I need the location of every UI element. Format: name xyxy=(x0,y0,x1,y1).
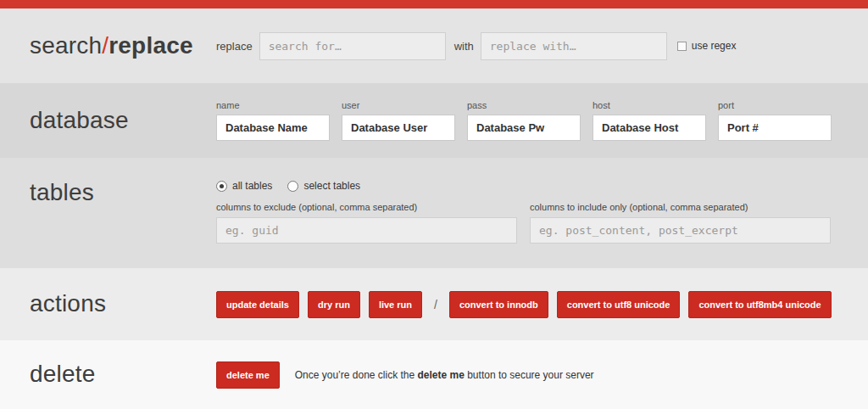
database-fields: name user pass host port xyxy=(216,100,832,141)
actions-buttons: update details dry run live run / conver… xyxy=(216,291,832,318)
actions-lead: actions xyxy=(0,291,216,317)
db-field-name: name xyxy=(216,100,330,141)
database-section: database name user pass host port xyxy=(0,83,868,158)
delete-section: delete delete me Once you’re done click … xyxy=(0,340,868,409)
columns-exclude-group: columns to exclude (optional, comma sepa… xyxy=(216,202,517,244)
delete-me-button[interactable]: delete me xyxy=(216,361,280,389)
columns-include-input[interactable] xyxy=(530,217,831,244)
delete-controls: delete me Once you’re done click the del… xyxy=(216,361,594,389)
tables-lead: tables xyxy=(0,180,216,206)
convert-innodb-button[interactable]: convert to innodb xyxy=(449,291,548,318)
tables-controls: all tables select tables columns to excl… xyxy=(216,180,831,244)
tables-column-groups: columns to exclude (optional, comma sepa… xyxy=(216,202,831,244)
db-name-label: name xyxy=(216,100,330,110)
delete-heading: delete xyxy=(30,361,216,388)
db-field-port: port xyxy=(718,100,832,141)
delete-note-suffix: button to secure your server xyxy=(465,369,594,381)
replace-label: replace xyxy=(216,40,253,53)
columns-include-label: columns to include only (optional, comma… xyxy=(530,202,831,212)
actions-section: actions update details dry run live run … xyxy=(0,268,868,340)
select-tables-label: select tables xyxy=(303,180,360,192)
use-regex-label: use regex xyxy=(692,40,737,52)
delete-note-bold: delete me xyxy=(418,369,465,381)
search-replace-section: search/replace replace with use regex xyxy=(0,8,868,83)
page-title: search/replace xyxy=(30,33,216,59)
db-host-label: host xyxy=(593,100,706,110)
database-lead: database xyxy=(0,108,216,134)
db-port-label: port xyxy=(718,100,832,110)
replace-input[interactable] xyxy=(481,32,667,60)
tables-heading: tables xyxy=(30,180,216,206)
button-separator: / xyxy=(434,298,437,311)
all-tables-radio[interactable] xyxy=(216,181,227,192)
db-field-host: host xyxy=(593,100,706,141)
use-regex-wrap: use regex xyxy=(677,40,737,52)
search-replace-controls: replace with use regex xyxy=(216,32,736,60)
actions-heading: actions xyxy=(30,291,216,317)
search-input[interactable] xyxy=(259,32,446,60)
tables-radio-row: all tables select tables xyxy=(216,180,831,192)
dry-run-button[interactable]: dry run xyxy=(308,291,360,318)
top-accent-bar xyxy=(0,0,868,8)
db-pass-label: pass xyxy=(467,100,581,110)
columns-exclude-label: columns to exclude (optional, comma sepa… xyxy=(216,202,517,212)
db-field-user: user xyxy=(342,100,455,141)
db-pass-input[interactable] xyxy=(467,115,581,141)
db-user-input[interactable] xyxy=(342,115,455,141)
columns-exclude-input[interactable] xyxy=(216,217,517,244)
db-user-label: user xyxy=(342,100,455,110)
db-port-input[interactable] xyxy=(718,115,832,141)
title-search: search xyxy=(30,32,102,59)
db-host-input[interactable] xyxy=(593,115,706,141)
search-replace-lead: search/replace xyxy=(0,33,216,59)
title-replace: replace xyxy=(108,32,192,59)
db-field-pass: pass xyxy=(467,100,581,141)
update-details-button[interactable]: update details xyxy=(216,291,299,318)
tables-section: tables all tables select tables columns … xyxy=(0,158,868,268)
all-tables-label: all tables xyxy=(232,180,272,192)
delete-note: Once you’re done click the delete me but… xyxy=(295,369,594,381)
columns-include-group: columns to include only (optional, comma… xyxy=(530,202,831,244)
database-heading: database xyxy=(30,108,216,134)
live-run-button[interactable]: live run xyxy=(369,291,422,318)
delete-note-prefix: Once you’re done click the xyxy=(295,369,418,381)
delete-lead: delete xyxy=(0,361,216,388)
with-label: with xyxy=(454,40,474,53)
db-name-input[interactable] xyxy=(216,115,330,141)
convert-utf8-button[interactable]: convert to utf8 unicode xyxy=(557,291,681,318)
select-tables-radio[interactable] xyxy=(287,181,298,192)
use-regex-checkbox[interactable] xyxy=(677,42,687,51)
convert-utf8mb4-button[interactable]: convert to utf8mb4 unicode xyxy=(688,291,831,318)
